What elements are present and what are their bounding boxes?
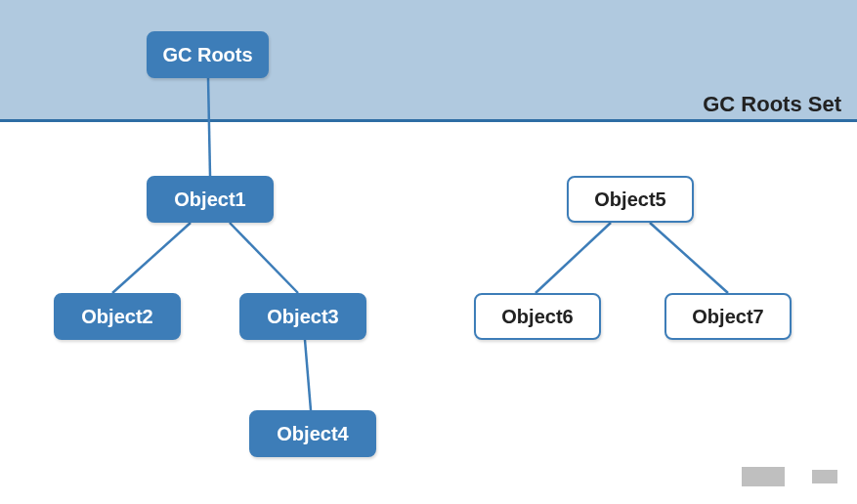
node-object6: Object6 [474, 293, 601, 340]
gc-roots-region-label: GC Roots Set [703, 92, 841, 117]
decorative-bar [812, 470, 837, 483]
node-object2: Object2 [54, 293, 181, 340]
node-label: Object7 [692, 306, 763, 328]
node-object4: Object4 [249, 410, 376, 457]
edge-obj1-obj3 [230, 223, 298, 293]
edge-obj5-obj7 [650, 223, 728, 293]
decorative-bars [742, 467, 837, 486]
decorative-bar [742, 467, 785, 486]
node-label: GC Roots [162, 44, 252, 66]
edge-obj3-obj4 [305, 340, 311, 410]
node-label: Object1 [174, 189, 245, 211]
edge-obj5-obj6 [536, 223, 611, 293]
node-object7: Object7 [664, 293, 792, 340]
node-object5: Object5 [567, 176, 694, 223]
edge-obj1-obj2 [112, 223, 191, 293]
node-label: Object4 [277, 423, 348, 445]
node-label: Object6 [501, 306, 573, 328]
node-gc-roots: GC Roots [147, 31, 269, 78]
node-label: Object2 [81, 306, 152, 328]
node-object1: Object1 [147, 176, 274, 223]
node-object3: Object3 [239, 293, 366, 340]
node-label: Object3 [267, 306, 338, 328]
node-label: Object5 [594, 189, 665, 211]
